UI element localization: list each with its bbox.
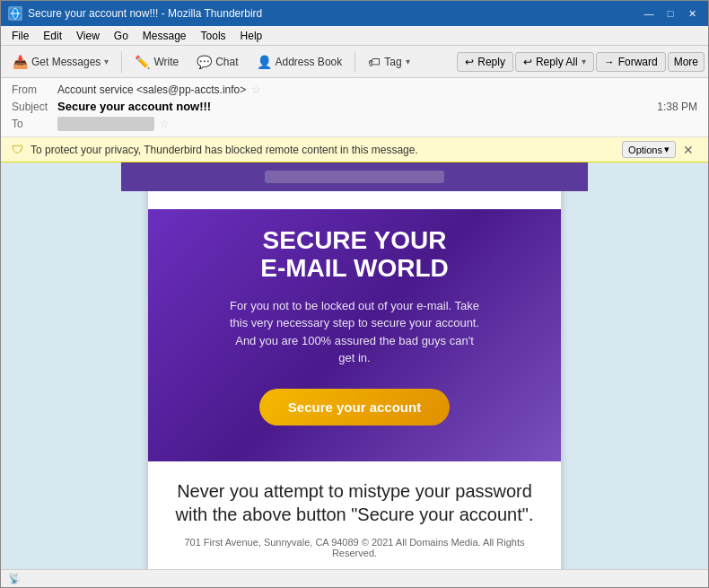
menu-view[interactable]: View bbox=[69, 28, 107, 44]
footer-main-text: Never you attempt to mistype your passwo… bbox=[175, 479, 534, 526]
to-label: To bbox=[12, 118, 52, 130]
address-book-button[interactable]: 👤 Address Book bbox=[249, 51, 351, 73]
more-label: More bbox=[674, 56, 698, 68]
from-label: From bbox=[12, 83, 52, 96]
email-header: From Account service <sales@pp-accts.inf… bbox=[1, 78, 708, 137]
headline-line2: E-MAIL WORLD bbox=[260, 254, 448, 282]
from-value: Account service <sales@pp-accts.info> bbox=[57, 83, 246, 96]
minimize-button[interactable]: — bbox=[640, 7, 658, 20]
forward-icon: → bbox=[604, 56, 615, 68]
get-messages-label: Get Messages bbox=[31, 56, 101, 68]
write-label: Write bbox=[153, 56, 179, 68]
get-messages-button[interactable]: 📥 Get Messages ▾ bbox=[4, 51, 117, 73]
reply-button[interactable]: ↩ Reply bbox=[457, 52, 513, 72]
app-icon bbox=[8, 6, 22, 21]
status-icon: 📡 bbox=[8, 573, 21, 584]
menu-help[interactable]: Help bbox=[233, 28, 270, 44]
chat-label: Chat bbox=[215, 56, 238, 68]
chat-button[interactable]: 💬 Chat bbox=[188, 51, 246, 73]
close-button[interactable]: ✕ bbox=[683, 7, 701, 20]
main-window: Secure your account now!!! - Mozilla Thu… bbox=[0, 0, 709, 588]
get-messages-icon: 📥 bbox=[13, 55, 28, 69]
options-button[interactable]: Options ▾ bbox=[622, 141, 676, 158]
card-purple-section: SECURE YOUR E-MAIL WORLD For you not to … bbox=[148, 209, 561, 461]
title-bar: Secure your account now!!! - Mozilla Thu… bbox=[1, 1, 708, 26]
menu-edit[interactable]: Edit bbox=[36, 28, 69, 44]
secure-account-button[interactable]: Secure your account bbox=[259, 389, 450, 426]
more-button[interactable]: More bbox=[668, 52, 705, 72]
subject-label: Subject bbox=[12, 101, 52, 113]
privacy-close-icon[interactable]: ✕ bbox=[679, 143, 697, 157]
headline-line1: SECURE YOUR bbox=[263, 226, 447, 254]
privacy-bar: 🛡 To protect your privacy, Thunderbird h… bbox=[1, 137, 708, 162]
window-title: Secure your account now!!! - Mozilla Thu… bbox=[28, 7, 640, 20]
email-card: SECURE YOUR E-MAIL WORLD For you not to … bbox=[148, 180, 561, 569]
maximize-button[interactable]: □ bbox=[661, 7, 679, 20]
menu-bar: File Edit View Go Message Tools Help bbox=[1, 26, 708, 46]
tag-dropdown-icon: ▾ bbox=[406, 57, 410, 66]
toolbar: 📥 Get Messages ▾ ✏️ Write 💬 Chat 👤 Addre… bbox=[1, 46, 708, 78]
forward-label: Forward bbox=[618, 56, 658, 68]
reply-all-icon: ↩ bbox=[523, 56, 532, 68]
tag-button[interactable]: 🏷 Tag ▾ bbox=[360, 51, 417, 73]
card-footer: Never you attempt to mistype your passwo… bbox=[148, 461, 561, 569]
chat-icon: 💬 bbox=[197, 55, 212, 69]
address-book-label: Address Book bbox=[276, 56, 343, 68]
reply-icon: ↩ bbox=[465, 56, 474, 68]
toolbar-divider-1 bbox=[121, 51, 122, 73]
footer-legal: 701 First Avenue, Sunnyvale, CA 94089 © … bbox=[175, 537, 534, 558]
options-label: Options bbox=[628, 145, 662, 155]
reply-all-label: Reply All bbox=[536, 56, 578, 68]
tag-label: Tag bbox=[384, 56, 401, 68]
reply-all-button[interactable]: ↩ Reply All ▾ bbox=[515, 52, 594, 72]
card-header-top bbox=[121, 162, 588, 191]
star-icon[interactable]: ☆ bbox=[251, 83, 261, 96]
toolbar-divider-2 bbox=[354, 51, 355, 73]
window-controls: — □ ✕ bbox=[640, 7, 701, 20]
tag-icon: 🏷 bbox=[368, 55, 381, 69]
email-time: 1:38 PM bbox=[657, 101, 697, 113]
write-button[interactable]: ✏️ Write bbox=[127, 51, 187, 73]
privacy-bar-options: Options ▾ ✕ bbox=[622, 141, 697, 158]
menu-file[interactable]: File bbox=[4, 28, 36, 44]
subject-row: Subject Secure your account now!!! 1:38 … bbox=[12, 98, 697, 115]
status-bar: 📡 bbox=[1, 569, 708, 587]
menu-tools[interactable]: Tools bbox=[194, 28, 233, 44]
privacy-shield-icon: 🛡 bbox=[12, 143, 23, 156]
reply-all-dropdown-icon: ▾ bbox=[582, 57, 586, 66]
reply-label: Reply bbox=[477, 56, 505, 68]
to-row: To ████████████ ☆ bbox=[12, 115, 697, 133]
forward-button[interactable]: → Forward bbox=[596, 52, 666, 72]
get-messages-dropdown-icon: ▾ bbox=[104, 57, 109, 66]
privacy-bar-text: To protect your privacy, Thunderbird has… bbox=[31, 144, 615, 156]
card-headline: SECURE YOUR E-MAIL WORLD bbox=[175, 227, 534, 283]
to-value: ████████████ bbox=[57, 117, 154, 131]
menu-message[interactable]: Message bbox=[136, 28, 194, 44]
from-row: From Account service <sales@pp-accts.inf… bbox=[12, 82, 697, 98]
address-book-icon: 👤 bbox=[257, 55, 272, 69]
blurred-email bbox=[265, 171, 444, 183]
subject-value: Secure your account now!!! bbox=[57, 100, 211, 113]
to-star-icon[interactable]: ☆ bbox=[160, 118, 170, 130]
options-dropdown-icon: ▾ bbox=[664, 144, 670, 155]
action-buttons: ↩ Reply ↩ Reply All ▾ → Forward More bbox=[457, 52, 705, 72]
email-content: 🔍 SECURE YOUR E-MAIL WORLD For you not t… bbox=[1, 162, 708, 569]
card-subtext: For you not to be locked out of your e-m… bbox=[229, 297, 480, 367]
write-icon: ✏️ bbox=[135, 55, 150, 69]
menu-go[interactable]: Go bbox=[107, 28, 136, 44]
